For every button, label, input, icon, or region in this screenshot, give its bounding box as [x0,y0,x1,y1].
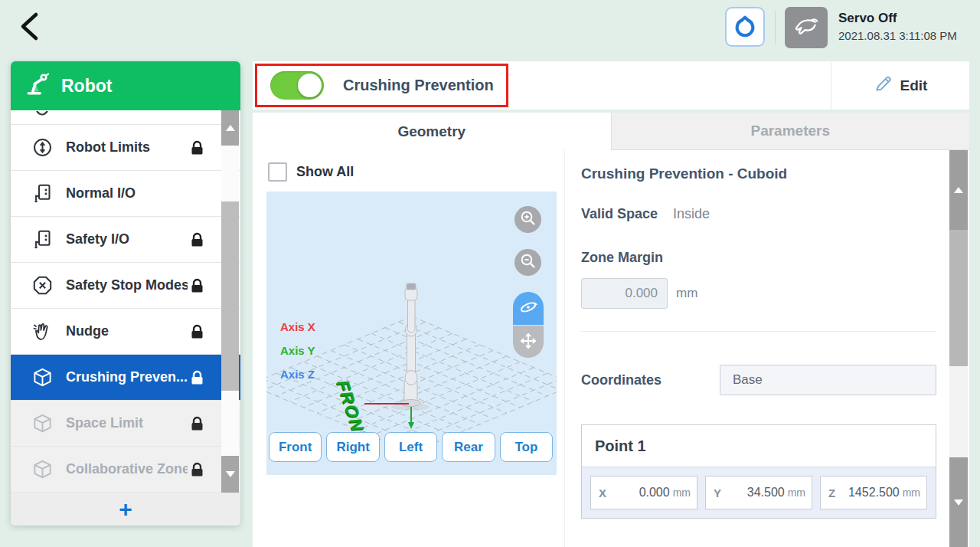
view-top-button[interactable]: Top [500,432,553,462]
form-title: Crushing Prevention - Cuboid [581,165,969,182]
limits-gauge-icon [32,137,53,158]
show-all-checkbox-row[interactable]: Show All [268,162,354,182]
form-section: Crushing Prevention - Cuboid Valid Space… [564,150,969,547]
servo-status-button[interactable] [785,7,828,48]
field-value: 0.000 [639,486,670,500]
pan-view-button[interactable] [513,326,544,358]
screen: Servo Off 2021.08.31 3:11:08 PM Robot [0,0,980,547]
point1-title: Point 1 [582,425,936,467]
view-buttons-row: Front Right Left Rear Top [269,432,553,462]
servo-status-label: Servo Off [838,11,957,26]
hand-guiding-icon [792,11,821,44]
crushing-prevention-toggle[interactable] [270,71,324,100]
recovery-mode-button[interactable] [725,7,765,47]
tab-label: Geometry [397,123,466,140]
3d-viewport[interactable]: FRONT Axis X Axis Y Axis Z [266,192,557,475]
sidebar-title: Robot [61,76,112,97]
lock-icon [191,370,204,385]
sidebar-item-robot-limits[interactable]: Robot Limits [11,125,240,171]
main-scrollbar [949,150,968,547]
coordinates-row: Coordinates Base [581,365,936,395]
view-right-button[interactable]: Right [326,432,379,462]
sidebar-item-safety-stop-modes[interactable]: Safety Stop Modes [11,263,240,309]
plus-icon: + [119,498,132,521]
scroll-down-icon [954,500,963,506]
tab-parameters[interactable]: Parameters [611,113,970,150]
pencil-icon [874,74,893,97]
view-rear-button[interactable]: Rear [442,432,495,462]
lock-icon [191,462,204,477]
sidebar-item-safety-io[interactable]: Safety I/O [11,217,240,263]
edit-label: Edit [900,77,928,94]
axis-y-label: Axis Y [280,344,315,357]
sidebar-item-label: Collaborative Zone [66,461,188,477]
tabbar: Geometry Parameters [253,113,969,150]
sidebar-item-label: Safety I/O [66,231,188,247]
sidebar-item-label: Nudge [66,323,188,339]
add-zone-button[interactable]: + [11,493,240,526]
cube-icon [32,413,53,434]
sidebar-item-collaborative-zone[interactable]: Collaborative Zone [11,447,240,493]
valid-space-row: Valid Space Inside [581,206,969,222]
orbit-icon [518,297,538,319]
view-left-button[interactable]: Left [384,432,437,462]
lock-icon [191,324,204,339]
point1-fields-row: X 0.000 mm Y 34.500 mm Z 1452.500 mm [582,467,936,518]
coordinates-select[interactable]: Base [720,365,936,395]
sidebar-scroll-up-button[interactable] [221,110,239,146]
back-button[interactable] [11,8,47,46]
zone-margin-input[interactable]: 0.000 [581,278,668,309]
cube-icon [32,367,53,388]
sidebar-item-space-limit[interactable]: Space Limit [11,401,240,447]
scroll-up-icon [954,187,963,193]
scroll-up-icon [226,125,235,131]
rotate-view-button[interactable] [513,292,544,325]
main-scroll-down-button[interactable] [949,457,968,547]
toggle-knob [298,74,322,97]
show-all-checkbox[interactable] [268,162,287,182]
sidebar-scrollbar-thumb[interactable] [221,201,239,391]
panel-header: Crushing Prevention Edit [253,61,969,110]
zoom-out-icon [520,253,537,272]
lock-icon [191,416,204,431]
field-unit: mm [903,486,920,499]
tab-geometry[interactable]: Geometry [253,113,611,150]
field-unit: mm [673,486,691,499]
zoom-in-button[interactable] [514,206,541,233]
zone-margin-label: Zone Margin [581,250,969,266]
zoom-in-icon [520,210,537,229]
view-mode-pill [513,292,544,358]
edit-button[interactable]: Edit [874,74,928,97]
toggle-label: Crushing Prevention [343,77,494,94]
sidebar-item-label: Crushing Preven... [66,369,188,385]
section-divider [581,331,936,332]
sidebar-scrollbar [221,110,239,493]
sidebar-scroll-down-button[interactable] [221,456,239,493]
partially-scrolled-item [11,110,240,125]
timestamp: 2021.08.31 3:11:08 PM [838,29,957,42]
view-front-button[interactable]: Front [269,432,322,462]
content: Show All [253,150,969,547]
nudge-hand-icon [32,321,53,342]
point1-z-field[interactable]: Z 1452.500 mm [820,476,927,509]
main-scroll-up-button[interactable] [949,150,968,230]
zone-margin-row: 0.000 mm [581,278,969,309]
zone-margin-unit: mm [676,286,697,301]
axis-letter: X [599,486,606,500]
point1-y-field[interactable]: Y 34.500 mm [705,476,812,509]
io-icon [32,183,53,204]
sidebar-header: Robot [11,61,240,110]
sidebar-item-normal-io[interactable]: Normal I/O [11,171,240,217]
sidebar-item-nudge[interactable]: Nudge [11,309,240,355]
point1-x-field[interactable]: X 0.000 mm [590,476,697,509]
main-scrollbar-thumb[interactable] [949,230,968,366]
red-annotation-box: Crushing Prevention [255,64,508,107]
cube-icon [32,459,53,480]
sidebar-item-label: Space Limit [66,415,188,431]
zoom-out-button[interactable] [514,249,541,276]
edit-area: Edit [831,61,969,110]
sidebar-item-crushing-prevention[interactable]: Crushing Preven... [11,355,240,401]
scroll-down-icon [226,471,235,477]
axis-letter: Y [714,486,721,500]
valid-space-label: Valid Space [581,206,658,222]
